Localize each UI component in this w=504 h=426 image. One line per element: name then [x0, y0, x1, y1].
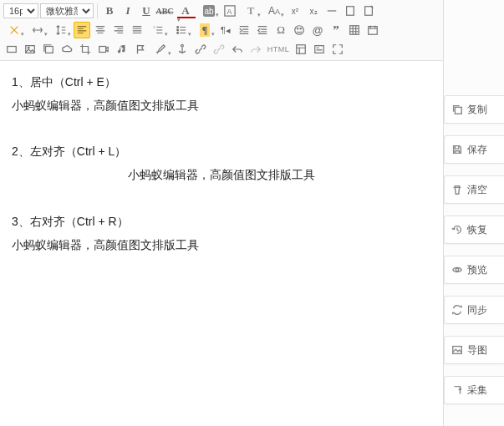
html-source-button[interactable]: HTML: [266, 41, 291, 58]
toolbar-row-1: 16px 微软雅黑 B I U ABC A ab A T AA x² x₂: [3, 3, 440, 22]
font-size-select[interactable]: 16px: [3, 3, 38, 18]
export-doc-button[interactable]: [360, 3, 377, 19]
multi-image-button[interactable]: [40, 41, 57, 58]
cloud-button[interactable]: [59, 41, 75, 58]
superscript-button[interactable]: x²: [287, 3, 303, 19]
font-size-aa-button[interactable]: AA: [263, 3, 285, 19]
svg-rect-4: [365, 7, 373, 16]
bold-button[interactable]: B: [101, 3, 118, 19]
font-box-button[interactable]: A: [221, 3, 238, 19]
separator: [97, 3, 98, 18]
fullscreen-button[interactable]: [329, 41, 346, 58]
side-panel: 复制 保存 清空 恢复 预览 同步 导图 采集: [444, 0, 504, 426]
editor-area: 16px 微软雅黑 B I U ABC A ab A T AA x² x₂: [0, 0, 444, 426]
svg-rect-18: [99, 47, 106, 53]
image-button[interactable]: [22, 41, 38, 58]
svg-text:1: 1: [153, 25, 155, 29]
quote-button[interactable]: ”: [328, 22, 344, 38]
paragraph-3: 小蚂蚁编辑器，高颜值图文排版工具: [12, 236, 431, 256]
svg-point-6: [177, 27, 179, 28]
link-button[interactable]: [192, 41, 209, 58]
heading-3: 3、右对齐（Ctrl + R）: [12, 212, 431, 232]
svg-point-23: [456, 268, 459, 271]
indent-right-button[interactable]: [236, 22, 252, 38]
align-justify-button[interactable]: [129, 22, 145, 38]
new-doc-button[interactable]: [342, 3, 359, 19]
save-button[interactable]: 保存: [444, 135, 504, 164]
svg-rect-12: [350, 26, 359, 35]
svg-text:A: A: [227, 8, 232, 16]
toolbar: 16px 微软雅黑 B I U ABC A ab A T AA x² x₂: [0, 0, 443, 61]
svg-point-8: [177, 33, 179, 34]
strike-button[interactable]: ABC: [156, 3, 173, 19]
svg-point-10: [298, 28, 298, 29]
subscript-button[interactable]: x₂: [305, 3, 322, 19]
svg-point-19: [181, 44, 184, 47]
list-ol-button[interactable]: 1: [147, 22, 169, 38]
clear-format-button[interactable]: [3, 22, 25, 38]
clear-button[interactable]: 清空: [444, 175, 504, 204]
italic-button[interactable]: I: [120, 3, 136, 19]
svg-point-11: [300, 28, 301, 29]
paragraph-button[interactable]: ¶: [194, 22, 216, 38]
font-family-select[interactable]: 微软雅黑: [40, 3, 94, 18]
at-button[interactable]: @: [309, 22, 326, 38]
unlink-button[interactable]: [211, 41, 227, 58]
list-ul-button[interactable]: [171, 22, 192, 38]
brush-button[interactable]: [150, 41, 172, 58]
svg-rect-17: [46, 47, 53, 53]
svg-rect-15: [26, 46, 35, 53]
emoji-button[interactable]: [291, 22, 308, 38]
sync-button[interactable]: 同步: [444, 296, 504, 324]
line-height-button[interactable]: [50, 22, 72, 38]
align-center-button[interactable]: [92, 22, 109, 38]
svg-point-9: [295, 26, 304, 35]
attachment-button[interactable]: [3, 41, 20, 58]
paragraph-1: 小蚂蚁编辑器，高颜值图文排版工具: [12, 96, 431, 116]
svg-point-16: [28, 47, 29, 48]
svg-rect-13: [369, 27, 378, 35]
hr-button[interactable]: [323, 3, 340, 19]
align-right-button[interactable]: [110, 22, 127, 38]
align-left-button[interactable]: [74, 22, 90, 38]
paragraph-2: 小蚂蚁编辑器，高颜值图文排版工具: [12, 165, 431, 185]
svg-rect-22: [455, 107, 461, 114]
ltr-button[interactable]: ¶◂: [217, 22, 234, 38]
svg-rect-3: [347, 7, 354, 16]
heading-1: 1、居中（Ctrl + E）: [12, 73, 431, 93]
crop-button[interactable]: [77, 41, 94, 58]
audio-button[interactable]: [114, 41, 130, 58]
svg-rect-21: [315, 46, 324, 53]
bg-color-button[interactable]: ab: [198, 3, 220, 19]
template-button[interactable]: [293, 41, 309, 58]
export-image-button[interactable]: 导图: [444, 336, 504, 364]
svg-point-7: [177, 29, 179, 31]
flag-button[interactable]: [132, 41, 149, 58]
indent-left-button[interactable]: [254, 22, 271, 38]
table-button[interactable]: [346, 22, 363, 38]
undo-button[interactable]: [229, 41, 246, 58]
anchor-button[interactable]: [174, 41, 191, 58]
video-button[interactable]: [95, 41, 112, 58]
copy-button[interactable]: 复制: [444, 95, 504, 124]
toolbar-row-2: 1 ¶ ¶◂ Ω @ ”: [3, 22, 440, 41]
collect-button[interactable]: 采集: [444, 376, 504, 404]
editor-content[interactable]: 1、居中（Ctrl + E） 小蚂蚁编辑器，高颜值图文排版工具 2、左对齐（Ct…: [0, 61, 443, 270]
redo-button[interactable]: [247, 41, 264, 58]
letter-spacing-button[interactable]: [27, 22, 48, 38]
preview-button[interactable]: 预览: [444, 256, 504, 284]
heading-2: 2、左对齐（Ctrl + L）: [12, 142, 431, 162]
card-button[interactable]: [311, 41, 328, 58]
toolbar-row-3: HTML: [3, 41, 440, 60]
font-color-button[interactable]: A: [175, 3, 196, 19]
omega-button[interactable]: Ω: [272, 22, 289, 38]
calendar-button[interactable]: [364, 22, 381, 38]
text-format-button[interactable]: T: [240, 3, 262, 19]
restore-button[interactable]: 恢复: [444, 216, 504, 244]
svg-rect-14: [8, 47, 17, 53]
svg-rect-20: [297, 45, 306, 54]
underline-button[interactable]: U: [138, 3, 155, 19]
